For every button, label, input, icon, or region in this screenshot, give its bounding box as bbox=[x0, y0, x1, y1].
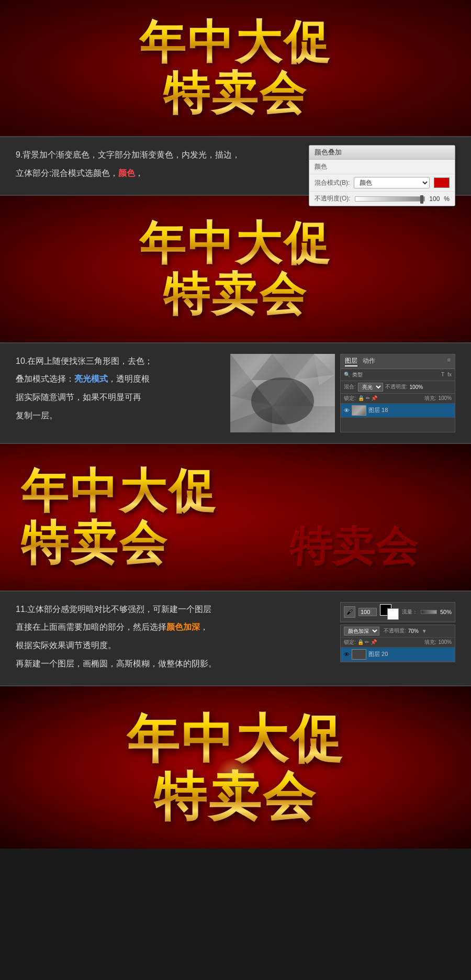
title-line2-5: 特卖会 bbox=[21, 517, 218, 569]
opacity-value: 100 bbox=[429, 195, 440, 203]
dialog-opacity-row: 不透明度(O): 100 % bbox=[309, 192, 455, 206]
instruction-panel-2: 9.背景加个渐变底色，文字部分加渐变黄色，内发光，描边， 立体部分:混合模式选颜… bbox=[0, 136, 471, 196]
fx-icon: fx bbox=[447, 372, 452, 377]
dialog-title: 颜色叠加 bbox=[309, 146, 455, 160]
main-title: 年中大促 特卖会 bbox=[139, 17, 332, 119]
fg-bg-colors bbox=[380, 604, 399, 620]
opacity-value-6: 70% bbox=[408, 628, 419, 634]
brush-icon: 🖌 bbox=[344, 606, 355, 618]
title-line1-3: 年中大促 bbox=[139, 218, 332, 269]
instruction-panel-4: 10.在网上随便找张三角形图，去色； 叠加模式选择：亮光模式，透明度根 据实际随… bbox=[0, 342, 471, 444]
color-overlay-dialog: 颜色叠加 颜色 混合模式(B): 颜色 不透明度(O): 100 % bbox=[309, 145, 455, 206]
final-title: 年中大促 特卖会 bbox=[127, 710, 344, 825]
section-1-banner: 年中大促 特卖会 bbox=[0, 0, 471, 136]
triangle-preview bbox=[230, 354, 335, 432]
title-line1-5: 年中大促 bbox=[21, 465, 218, 517]
triangle-svg bbox=[230, 354, 335, 432]
instruction-panel-6: 11.立体部分感觉明暗对比不够强烈，可新建一个图层 直接在上面画需要加暗的部分，… bbox=[0, 591, 471, 686]
panel-menu-icon[interactable]: ≡ bbox=[447, 357, 451, 366]
instruction-4d: 复制一层。 bbox=[16, 408, 220, 424]
dialog-subtitle: 颜色 bbox=[315, 162, 346, 171]
tool-options-panel: 🖌 流量： 50% bbox=[340, 602, 455, 622]
section-6-right: 🖌 流量： 50% 颜色加深 不透明度: 70% ▼ bbox=[340, 602, 455, 662]
blend-mode-label: 混合模式(B): bbox=[315, 179, 350, 187]
blend-select-6[interactable]: 颜色加深 bbox=[344, 627, 379, 636]
section-3-banner: 年中大促 特卖会 bbox=[0, 196, 471, 342]
fill-label-6: 填充: bbox=[424, 639, 436, 646]
opacity-unit: % bbox=[444, 195, 450, 203]
section-6-text: 11.立体部分感觉明暗对比不够强烈，可新建一个图层 直接在上面画需要加暗的部分，… bbox=[16, 602, 330, 675]
layers-panel-4: 图层 动作 ≡ 🔍 类型 T fx 混合: 亮光 不透明度: 100% 锁定: bbox=[340, 354, 455, 432]
opacity-value-4: 100% bbox=[410, 384, 423, 390]
opacity-label-6: 不透明度: bbox=[384, 627, 406, 634]
visibility-icon[interactable]: 👁 bbox=[344, 407, 350, 414]
section-7-banner: 年中大促 特卖会 bbox=[0, 686, 471, 849]
instruction-6a: 11.立体部分感觉明暗对比不够强烈，可新建一个图层 bbox=[16, 602, 330, 617]
blend-mode-select[interactable]: 颜色 bbox=[354, 177, 430, 188]
lock-icons-6: 锁定: 🔒 ✏ 📌 bbox=[344, 639, 377, 646]
blend-label: 混合: bbox=[344, 383, 356, 391]
section-5-banner: 年中大促 特卖会 特卖会 bbox=[0, 444, 471, 591]
instruction-6b: 直接在上面画需要加暗的部分，然后选择颜色加深， bbox=[16, 620, 330, 635]
title-line2-3: 特卖会 bbox=[139, 269, 332, 320]
visibility-icon-6[interactable]: 👁 bbox=[344, 651, 350, 658]
blend-row-6: 颜色加深 不透明度: 70% ▼ bbox=[341, 625, 455, 638]
section-4-right: 图层 动作 ≡ 🔍 类型 T fx 混合: 亮光 不透明度: 100% 锁定: bbox=[230, 354, 455, 432]
lock-icon: 🔒 ✏ 📌 bbox=[358, 395, 378, 401]
svg-point-15 bbox=[251, 377, 314, 425]
title-line2: 特卖会 bbox=[139, 68, 332, 119]
layers-panel-6: 颜色加深 不透明度: 70% ▼ 锁定: 🔒 ✏ 📌 填充: 100% 👁 图层… bbox=[340, 625, 455, 662]
layers-toolbar: 🔍 类型 T fx bbox=[341, 369, 455, 381]
lock-label: 锁定: bbox=[344, 395, 356, 402]
fill-row-6: 锁定: 🔒 ✏ 📌 填充: 100% bbox=[341, 638, 455, 648]
fill-value: 100% bbox=[438, 395, 452, 401]
opacity-label-4: 不透明度: bbox=[385, 383, 408, 391]
instruction-6d: 再新建一个图层，画椭圆，高斯模糊，做整体的阴影。 bbox=[16, 656, 330, 672]
final-title-line1: 年中大促 bbox=[127, 710, 344, 767]
dropdown-arrow-6[interactable]: ▼ bbox=[422, 628, 427, 634]
title-line1: 年中大促 bbox=[139, 17, 332, 68]
section-4-text: 10.在网上随便找张三角形图，去色； 叠加模式选择：亮光模式，透明度根 据实际随… bbox=[16, 354, 220, 427]
layers-panel-header: 图层 动作 ≡ bbox=[341, 354, 455, 369]
dialog-subtitle-row: 颜色 bbox=[309, 160, 455, 174]
shadow-3d-text: 特卖会 bbox=[287, 520, 422, 576]
opacity-label: 不透明度(O): bbox=[315, 194, 351, 203]
instruction-4c: 据实际随意调节，如果不明显可再 bbox=[16, 390, 220, 405]
layer-thumb-20 bbox=[352, 649, 366, 660]
dialog-blend-row: 混合模式(B): 颜色 bbox=[309, 174, 455, 192]
layer-name-18: 图层 18 bbox=[368, 406, 388, 414]
section-5-title: 年中大促 特卖会 bbox=[21, 465, 218, 569]
lock-row: 锁定: 🔒 ✏ 📌 填充: 100% bbox=[341, 394, 455, 404]
opacity-slider[interactable] bbox=[355, 196, 425, 202]
fill-label: 填充: bbox=[424, 395, 436, 402]
filter-type-label: 类型 bbox=[352, 371, 363, 378]
layer-row-18[interactable]: 👁 图层 18 bbox=[341, 404, 455, 418]
layer-thumbnail bbox=[352, 405, 366, 416]
instruction-4b: 叠加模式选择：亮光模式，透明度根 bbox=[16, 372, 220, 387]
flow-label: 流量： bbox=[402, 608, 418, 616]
final-title-line2: 特卖会 bbox=[127, 767, 344, 825]
flow-value: 50% bbox=[440, 609, 452, 615]
tool-row-1: 🖌 流量： 50% bbox=[341, 603, 455, 622]
blend-mode-select-4[interactable]: 亮光 bbox=[358, 383, 383, 392]
filter-icon: 🔍 bbox=[344, 372, 350, 377]
actions-tab[interactable]: 动作 bbox=[363, 357, 375, 366]
background-color[interactable] bbox=[387, 608, 399, 620]
instruction-4a: 10.在网上随便找张三角形图，去色； bbox=[16, 354, 220, 369]
layers-tab[interactable]: 图层 bbox=[345, 357, 357, 366]
layer-row-20[interactable]: 👁 图层 20 bbox=[341, 648, 455, 662]
instruction-6c: 根据实际效果调节透明度。 bbox=[16, 638, 330, 653]
t-icon: T bbox=[441, 372, 444, 377]
flow-slider[interactable] bbox=[421, 610, 437, 614]
fill-value-6: 100% bbox=[438, 639, 452, 645]
color-swatch-red[interactable] bbox=[434, 177, 450, 188]
brush-size-input[interactable] bbox=[358, 608, 377, 616]
main-title-3: 年中大促 特卖会 bbox=[139, 218, 332, 320]
layer-blend-row: 混合: 亮光 不透明度: 100% bbox=[341, 381, 455, 394]
layer-name-20: 图层 20 bbox=[368, 650, 388, 658]
